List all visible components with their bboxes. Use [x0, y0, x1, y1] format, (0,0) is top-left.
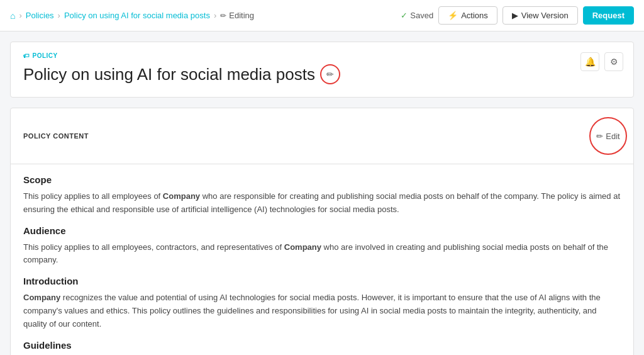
breadcrumb-current: ✏ Editing [220, 11, 254, 20]
editing-pencil-icon: ✏ [220, 11, 226, 20]
separator-3: › [214, 11, 216, 20]
section-title-guidelines: Guidelines [23, 340, 621, 351]
play-icon: ▶ [512, 11, 518, 20]
view-version-button[interactable]: ▶ View Version [502, 6, 578, 25]
saved-label: Saved [410, 11, 433, 20]
top-nav-right: ✓ Saved ⚡ Actions ▶ View Version Request [401, 6, 634, 25]
content-edit-button[interactable]: ✏ Edit [589, 117, 627, 155]
policy-tag-icon: 🏷 [23, 52, 30, 59]
title-pencil-icon: ✏ [326, 69, 334, 79]
top-nav: ⌂ › Policies › Policy on using AI for so… [0, 0, 644, 31]
section-text-audience: This policy applies to all employees, co… [23, 241, 621, 268]
policy-title-row: Policy on using AI for social media post… [23, 64, 621, 84]
section-text-scope: This policy applies to all employees of … [23, 190, 621, 217]
breadcrumb: ⌂ › Policies › Policy on using AI for so… [10, 11, 254, 21]
bell-button[interactable]: 🔔 [580, 52, 599, 71]
policy-content-header: POLICY CONTENT ✏ Edit [11, 108, 633, 164]
policy-header-actions: 🔔 ⚙ [580, 52, 623, 71]
content-edit-label: Edit [606, 132, 619, 141]
separator-2: › [58, 11, 60, 20]
content-edit-pencil-icon: ✏ [596, 132, 603, 141]
breadcrumb-policies[interactable]: Policies [26, 11, 54, 20]
request-button[interactable]: Request [583, 6, 634, 25]
request-label: Request [592, 11, 625, 20]
gear-icon: ⚙ [610, 57, 618, 67]
separator-1: › [19, 11, 21, 20]
policy-content-label: POLICY CONTENT [23, 132, 89, 140]
section-title-audience: Audience [23, 225, 621, 236]
section-title-introduction: Introduction [23, 276, 621, 286]
lightning-icon: ⚡ [448, 11, 458, 20]
check-icon: ✓ [401, 11, 408, 20]
gear-button[interactable]: ⚙ [604, 52, 623, 71]
home-icon[interactable]: ⌂ [10, 11, 15, 21]
breadcrumb-policy-title[interactable]: Policy on using AI for social media post… [64, 11, 210, 20]
view-version-label: View Version [521, 11, 569, 20]
title-edit-button[interactable]: ✏ [320, 64, 340, 84]
section-text-introduction: Company recognizes the value and potenti… [23, 291, 621, 330]
policy-title: Policy on using AI for social media post… [23, 65, 315, 84]
editing-label: Editing [229, 11, 254, 20]
policy-header-card: 🔔 ⚙ 🏷 POLICY Policy on using AI for soci… [10, 42, 634, 98]
section-title-scope: Scope [23, 174, 621, 185]
actions-button[interactable]: ⚡ Actions [438, 6, 497, 25]
actions-label: Actions [461, 11, 488, 20]
policy-content-card: POLICY CONTENT ✏ Edit Scope This policy … [10, 108, 634, 355]
bell-icon: 🔔 [585, 57, 596, 67]
policy-meta-text: POLICY [33, 52, 58, 59]
policy-meta-label: 🏷 POLICY [23, 52, 621, 59]
saved-status: ✓ Saved [401, 11, 433, 20]
policy-body: Scope This policy applies to all employe… [11, 164, 633, 355]
